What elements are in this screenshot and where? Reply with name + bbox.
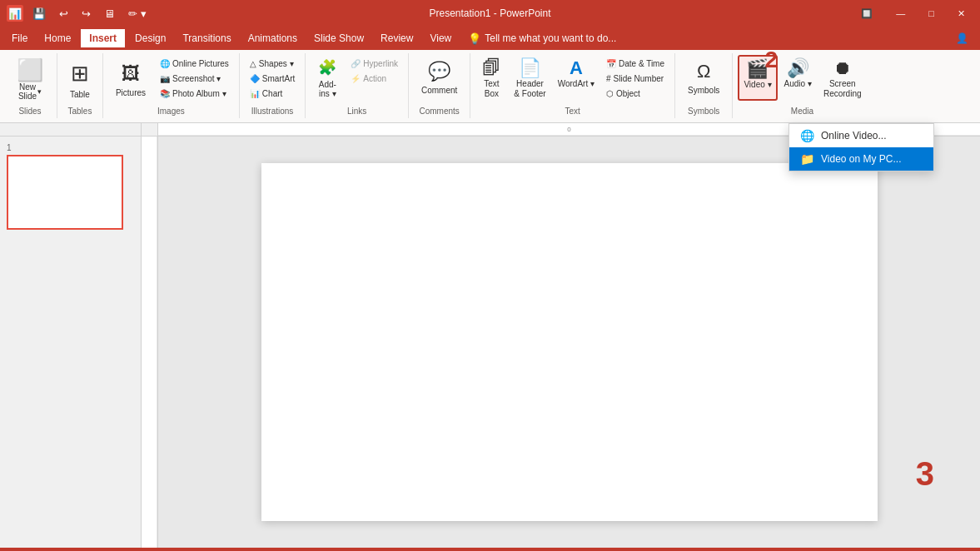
date-time-button[interactable]: 📅 Date & Time: [601, 57, 669, 71]
new-slide-button[interactable]: ⬜ NewSlide ▾: [8, 55, 52, 101]
slide-item-1[interactable]: 1: [7, 143, 134, 230]
pictures-button[interactable]: 🖼 Pictures: [108, 55, 153, 105]
close-button[interactable]: ✕: [949, 5, 973, 22]
save-button[interactable]: 💾: [28, 5, 50, 22]
text-box-button[interactable]: 🗐 TextBox: [475, 55, 507, 101]
undo-button[interactable]: ↩: [55, 5, 72, 22]
slide-canvas: [261, 163, 878, 521]
app-icon: 📊: [7, 5, 23, 22]
present-button[interactable]: 🖥: [100, 5, 119, 22]
new-slide-label: NewSlide ▾: [18, 82, 42, 101]
online-video-icon: 🌐: [799, 129, 814, 142]
redo-button[interactable]: ↪: [77, 5, 95, 22]
images-group-label: Images: [108, 105, 234, 118]
svg-text:0: 0: [567, 126, 571, 133]
add-ins-button[interactable]: 🧩 Add-ins ▾: [311, 55, 344, 101]
photo-album-label: Photo Album ▾: [172, 89, 226, 98]
tell-me-label: Tell me what you want to do...: [485, 32, 616, 44]
screenshot-button[interactable]: 📷 Screenshot ▾: [155, 72, 234, 86]
illustrations-group-label: Illustrations: [245, 105, 300, 118]
menu-review[interactable]: Review: [372, 29, 421, 47]
chart-icon: 📊: [250, 89, 260, 98]
menu-home[interactable]: Home: [36, 29, 79, 47]
header-footer-label: Header& Footer: [514, 79, 545, 99]
action-label: Action: [363, 74, 386, 83]
online-video-option[interactable]: 🌐 Online Video...: [789, 124, 933, 147]
online-pictures-button[interactable]: 🌐 Online Pictures: [155, 57, 234, 71]
minimize-button[interactable]: —: [888, 5, 913, 22]
header-footer-icon: 📄: [519, 59, 541, 77]
header-footer-button[interactable]: 📄 Header& Footer: [509, 55, 550, 101]
slides-group-label: Slides: [8, 105, 52, 118]
menu-view[interactable]: View: [421, 29, 460, 47]
object-label: Object: [616, 89, 640, 98]
screenshot-icon: 📷: [160, 74, 170, 83]
online-video-label: Online Video...: [821, 130, 887, 141]
ribbon-group-slides: ⬜ NewSlide ▾ Slides: [3, 53, 57, 118]
ribbon-group-symbols: Ω Symbols Symbols: [675, 53, 733, 118]
object-button[interactable]: ⬡ Object: [601, 87, 669, 101]
date-time-icon: 📅: [606, 59, 616, 68]
video-on-pc-icon: 📁: [799, 152, 814, 166]
shapes-label: Shapes ▾: [259, 59, 294, 68]
screen-recording-button[interactable]: ⏺ ScreenRecording: [818, 55, 867, 101]
menu-bar: File Home Insert Design Transitions Anim…: [0, 27, 980, 50]
comment-icon: 💬: [428, 61, 450, 82]
annotation-3: 3: [916, 455, 934, 493]
hyperlink-button[interactable]: 🔗 Hyperlink: [346, 57, 403, 71]
add-ins-icon: 🧩: [318, 58, 336, 77]
menu-transitions[interactable]: Transitions: [174, 29, 239, 47]
menu-design[interactable]: Design: [127, 29, 174, 47]
symbols-label: Symbols: [688, 86, 719, 95]
audio-label: Audio ▾: [784, 79, 812, 89]
comment-button[interactable]: 💬 Comment: [414, 55, 465, 101]
vertical-ruler: [142, 137, 158, 548]
photo-album-button[interactable]: 📚 Photo Album ▾: [155, 87, 234, 101]
slide-thumbnail-1[interactable]: [7, 155, 123, 230]
menu-file[interactable]: File: [3, 29, 36, 47]
video-dropdown-menu: 🌐 Online Video... 📁 Video on My PC...: [788, 123, 934, 171]
title-bar: 📊 💾 ↩ ↪ 🖥 ✏ ▾ Presentation1 - PowerPoint…: [0, 0, 980, 27]
ruler-v-marks: [142, 137, 158, 548]
chart-label: Chart: [262, 89, 282, 98]
wordart-button[interactable]: A WordArt ▾: [553, 55, 599, 101]
menu-animations[interactable]: Animations: [240, 29, 306, 47]
screen-recording-icon: ⏺: [833, 59, 852, 77]
ribbon-group-comments: 💬 Comment Comments: [409, 53, 470, 118]
maximize-button[interactable]: □: [920, 5, 943, 22]
shapes-button[interactable]: △ Shapes ▾: [245, 57, 300, 71]
table-icon: ⊞: [71, 61, 89, 87]
customize-qat-button[interactable]: ✏ ▾: [124, 5, 151, 22]
text-box-icon: 🗐: [482, 59, 500, 77]
date-time-label: Date & Time: [619, 59, 664, 68]
slide-number-button[interactable]: # Slide Number: [601, 72, 669, 86]
user-account[interactable]: 👤: [948, 29, 977, 47]
slide-number-label: Slide Number: [614, 74, 664, 83]
smartart-button[interactable]: 🔷 SmartArt: [245, 72, 300, 86]
ribbon-group-images: 🖼 Pictures 🌐 Online Pictures 📷 Screensho…: [103, 53, 240, 118]
menu-slideshow[interactable]: Slide Show: [306, 29, 372, 47]
pictures-icon: 🖼: [122, 63, 140, 85]
chart-button[interactable]: 📊 Chart: [245, 87, 300, 101]
ribbon-group-links: 🧩 Add-ins ▾ 🔗 Hyperlink ⚡ Action Links: [306, 53, 409, 118]
title-bar-left: 📊 💾 ↩ ↪ 🖥 ✏ ▾: [7, 5, 151, 22]
comment-label: Comment: [421, 86, 457, 95]
object-icon: ⬡: [606, 89, 614, 98]
window-title: Presentation1 - PowerPoint: [429, 7, 550, 19]
video-on-pc-option[interactable]: 📁 Video on My PC...: [789, 147, 933, 171]
restore-button[interactable]: 🔲: [853, 5, 881, 22]
screenshot-label: Screenshot ▾: [172, 74, 221, 83]
lightbulb-icon: 💡: [468, 32, 481, 45]
hyperlink-icon: 🔗: [351, 59, 361, 68]
links-group-label: Links: [311, 105, 403, 118]
symbols-group-label: Symbols: [680, 105, 727, 118]
action-button[interactable]: ⚡ Action: [346, 72, 403, 86]
audio-button[interactable]: 🔊 Audio ▾: [779, 55, 817, 101]
table-button[interactable]: ⊞ Table: [62, 55, 97, 105]
symbols-button[interactable]: Ω Symbols: [680, 55, 727, 101]
tell-me-input[interactable]: 💡 Tell me what you want to do...: [460, 29, 624, 48]
ribbon-group-media: 🎬 Video ▾ 🔊 Audio ▾ ⏺ ScreenRecording Me…: [733, 53, 871, 118]
symbols-icon: Ω: [697, 61, 710, 82]
ribbon-group-text: 🗐 TextBox 📄 Header& Footer A WordArt ▾ 📅…: [470, 53, 675, 118]
menu-insert[interactable]: Insert: [79, 27, 127, 49]
